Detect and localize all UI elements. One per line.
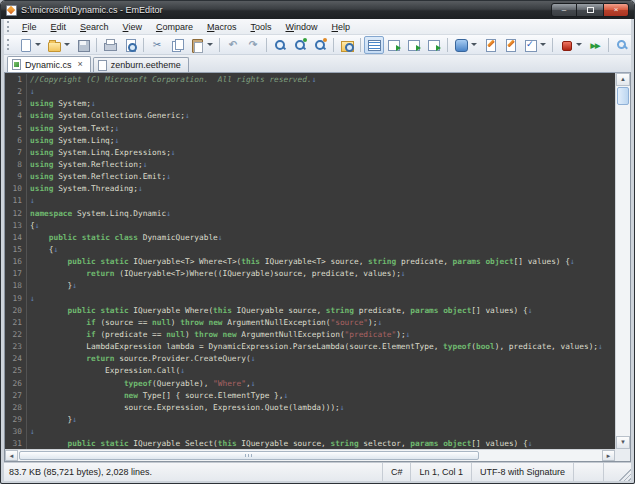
status-language[interactable]: C# (382, 463, 411, 481)
code-line[interactable]: 13{↓ (5, 220, 615, 232)
tab-close-icon[interactable]: × (78, 60, 83, 69)
newline-marker-icon: ↓ (72, 415, 77, 424)
view-mode-list-button[interactable] (364, 36, 384, 54)
newline-marker-icon: ↓ (30, 294, 35, 303)
find-button[interactable] (270, 36, 290, 54)
scroll-right-button[interactable]: ► (602, 450, 615, 461)
code-line[interactable]: 29 }↓ (5, 414, 615, 426)
scroll-down-button[interactable]: ▼ (616, 436, 630, 449)
menu-edit[interactable]: Edit (44, 20, 74, 34)
close-button[interactable]: × (603, 3, 629, 17)
toolbar-grip (7, 39, 11, 50)
new-file-dropdown-icon[interactable] (35, 43, 41, 46)
horizontal-scroll-track[interactable] (479, 450, 602, 461)
code-line[interactable]: 4using System.Collections.Generic;↓ (5, 110, 615, 122)
code-line[interactable]: 16 public static IQueryable<T> Where<T>(… (5, 256, 615, 268)
code-line[interactable]: 7using System.Linq.Expressions;↓ (5, 147, 615, 159)
code-line[interactable]: 21 if (source == null) throw new Argumen… (5, 317, 615, 329)
code-line[interactable]: 10using System.Threading;↓ (5, 183, 615, 195)
tab-zenburn-eetheme[interactable]: zenburn.eetheme (93, 57, 189, 72)
macro-select-dropdown-icon[interactable] (540, 43, 546, 46)
code-line[interactable]: 2↓ (5, 86, 615, 98)
menu-window[interactable]: Window (278, 20, 324, 34)
code-line[interactable]: 18 }↓ (5, 280, 615, 292)
menu-search[interactable]: Search (73, 20, 116, 34)
macro-select-button[interactable] (520, 36, 549, 54)
replace-button[interactable] (310, 36, 330, 54)
resize-grip[interactable] (619, 463, 631, 481)
code-line[interactable]: 5using System.Text;↓ (5, 123, 615, 135)
vertical-scroll-track[interactable] (616, 106, 630, 436)
view-mode-browser-button[interactable] (424, 36, 444, 54)
shortcut-key-button[interactable] (612, 36, 632, 54)
redo-button[interactable] (243, 36, 263, 54)
status-encoding[interactable]: UTF-8 with Signature (471, 463, 573, 481)
plugins-button[interactable] (451, 36, 480, 54)
menu-tools[interactable]: Tools (243, 20, 278, 34)
code-line[interactable]: 19↓ (5, 293, 615, 305)
open-file-dropdown-icon[interactable] (64, 43, 70, 46)
save-button[interactable] (73, 36, 93, 54)
code-area[interactable]: 1//Copyright (C) Microsoft Corporation. … (5, 73, 615, 449)
macro-pencil-button[interactable] (500, 36, 520, 54)
code-line[interactable]: 8using System.Reflection;↓ (5, 159, 615, 171)
code-line[interactable]: 26 typeof(Queryable), "Where",↓ (5, 378, 615, 390)
menu-view[interactable]: View (116, 20, 149, 34)
code-line[interactable]: 20 public static IQueryable Where(this I… (5, 305, 615, 317)
code-line[interactable]: 28 source.Expression, Expression.Quote(l… (5, 402, 615, 414)
record-macro-dropdown-icon[interactable] (576, 43, 582, 46)
code-line[interactable]: 27 new Type[] { source.ElementType },↓ (5, 390, 615, 402)
code-line[interactable]: 17 return (IQueryable<T>)Where((IQueryab… (5, 268, 615, 280)
macro-edit-button[interactable] (480, 36, 500, 54)
paste-dropdown-icon[interactable] (207, 43, 213, 46)
code-line[interactable]: 6using System.Linq;↓ (5, 135, 615, 147)
code-line[interactable]: 11↓ (5, 195, 615, 207)
newline-marker-icon: ↓ (598, 342, 603, 351)
find-in-files-button[interactable] (337, 36, 357, 54)
find-next-button[interactable] (290, 36, 310, 54)
code-text: ↓ (27, 426, 35, 438)
undo-button[interactable] (223, 36, 243, 54)
code-line[interactable]: 15 {↓ (5, 244, 615, 256)
code-text: Expression.Call(↓ (27, 365, 185, 377)
code-line[interactable]: 12namespace System.Linq.Dynamic↓ (5, 208, 615, 220)
record-macro-button[interactable] (556, 36, 585, 54)
code-line[interactable]: 9using System.Reflection.Emit;↓ (5, 171, 615, 183)
code-line[interactable]: 14 public static class DynamicQueryable↓ (5, 232, 615, 244)
code-line[interactable]: 31 public static IQueryable Select(this … (5, 438, 615, 449)
new-file-button[interactable] (15, 36, 44, 54)
run-macro-button[interactable] (585, 36, 605, 54)
cut-button[interactable] (147, 36, 167, 54)
minimize-button[interactable]: – (551, 3, 577, 17)
menu-file[interactable]: File (15, 20, 44, 34)
code-line[interactable]: 30↓ (5, 426, 615, 438)
menu-compare[interactable]: Compare (149, 20, 200, 34)
scroll-up-button[interactable]: ▲ (616, 73, 630, 86)
paste-button[interactable] (187, 36, 216, 54)
plugins-dropdown-icon[interactable] (471, 43, 477, 46)
maximize-button[interactable] (577, 3, 603, 17)
emeditor-window: S:\microsoft\Dynamic.cs - EmEditor – × F… (0, 0, 635, 484)
code-line[interactable]: 24 return source.Provider.CreateQuery(↓ (5, 353, 615, 365)
code-line[interactable]: 3using System;↓ (5, 98, 615, 110)
horizontal-scrollbar[interactable]: ◄ ► (5, 449, 615, 461)
code-line[interactable]: 22 if (predicate == null) throw new Argu… (5, 329, 615, 341)
code-line[interactable]: 25 Expression.Call(↓ (5, 365, 615, 377)
menu-macros[interactable]: Macros (200, 20, 244, 34)
menu-help[interactable]: Help (325, 20, 358, 34)
scroll-left-button[interactable]: ◄ (5, 450, 18, 461)
open-file-button[interactable] (44, 36, 73, 54)
code-line[interactable]: 23 LambdaExpression lambda = DynamicExpr… (5, 341, 615, 353)
tab-dynamic-cs[interactable]: Dynamic.cs× (7, 56, 91, 72)
newline-marker-icon: ↓ (91, 99, 96, 108)
print-preview-button[interactable] (120, 36, 140, 54)
vertical-scroll-thumb[interactable] (617, 87, 629, 105)
view-mode-preview-button[interactable] (384, 36, 404, 54)
vertical-scrollbar[interactable]: ▲ ▼ (615, 73, 630, 449)
copy-button[interactable] (167, 36, 187, 54)
status-cursor-position[interactable]: Ln 1, Col 1 (410, 463, 471, 481)
print-button[interactable] (100, 36, 120, 54)
view-mode-sync-button[interactable] (404, 36, 424, 54)
code-line[interactable]: 1//Copyright (C) Microsoft Corporation. … (5, 74, 615, 86)
horizontal-scroll-thumb[interactable] (19, 451, 479, 460)
